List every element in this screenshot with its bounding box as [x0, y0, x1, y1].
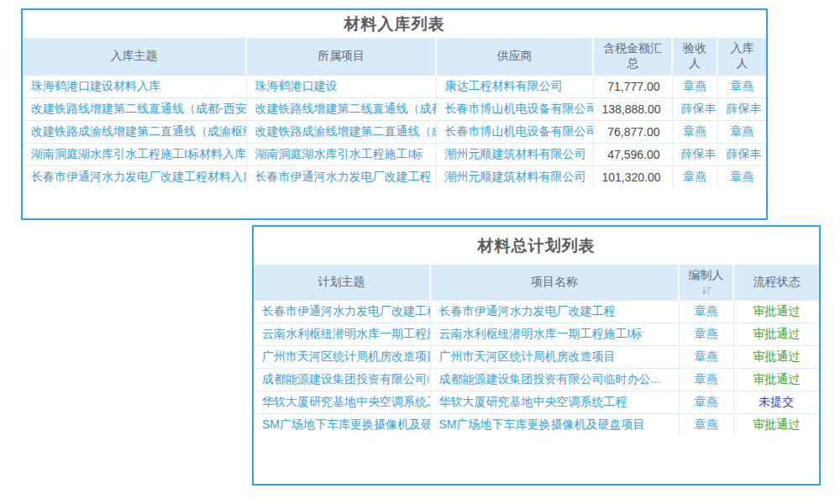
amount-value: 76,877.00 [593, 121, 672, 144]
amount-value: 101,320.00 [593, 166, 672, 189]
table-row: 云南水利枢纽潜明水库一期工程施工I标材料... 云南水利枢纽潜明水库一期工程施工… [254, 323, 819, 345]
inbound-list-title: 材料入库列表 [23, 10, 766, 38]
acceptor-link[interactable]: 章燕 [672, 76, 717, 98]
plan-subject-link[interactable]: 华软大厦研究基地中央空调系统工程材料总计划 [254, 391, 430, 413]
project-link[interactable]: 改建铁路线增建第二线直通线（成都-... [246, 98, 436, 121]
acceptor-link[interactable]: 薛保丰 [672, 98, 717, 121]
plan-subject-link[interactable]: 云南水利枢纽潜明水库一期工程施工I标材料... [254, 323, 430, 345]
plan-subject-link[interactable]: 成都能源建设集团投资有限公司临时办公场所... [254, 368, 430, 391]
inbound-subject-link[interactable]: 珠海鹤港口建设材料入库 [23, 76, 246, 98]
author-link[interactable]: 章燕 [679, 368, 733, 391]
table-row: 广州市天河区统计局机房改造项目材料总计划 广州市天河区统计局机房改造项目 章燕 … [254, 345, 819, 368]
table-row: 华软大厦研究基地中央空调系统工程材料总计划 华软大厦研究基地中央空调系统工程 章… [254, 391, 819, 413]
table-row: 成都能源建设集团投资有限公司临时办公场所... 成都能源建设集团投资有限公司临时… [254, 368, 819, 391]
acceptor-link[interactable]: 章燕 [672, 121, 717, 144]
author-link[interactable]: 章燕 [679, 391, 733, 413]
inbound-subject-link[interactable]: 湖南洞庭湖水库引水工程施工I标材料入库 [23, 144, 246, 166]
col-header-amount: 含税金额汇总 [593, 38, 672, 76]
status-text: 审批通过 [753, 327, 800, 340]
author-link[interactable]: 章燕 [679, 300, 733, 323]
acceptor-link[interactable]: 薛保丰 [672, 144, 717, 166]
project-link[interactable]: 湖南洞庭湖水库引水工程施工I标 [246, 144, 436, 166]
status-cell: 未提交 [733, 391, 819, 413]
col-header-flow-status: 流程状态 [733, 265, 819, 300]
inbound-table: 入库主题 所属项目 供应商 含税金额汇总 验收人 入库人 珠海鹤港口建设材料入库… [23, 38, 766, 188]
table-row: 改建铁路成渝线增建第二直通线（成渝枢纽）... 改建铁路成渝线增建第二直通线（成… [23, 121, 766, 144]
plan-list-panel: 材料总计划列表 计划主题 项目名称 编制人 [252, 225, 821, 486]
col-header-author-label: 编制人 [689, 268, 724, 281]
stocker-link[interactable]: 章燕 [717, 121, 766, 144]
inbound-subject-link[interactable]: 长春市伊通河水力发电厂改建工程材料入库 [23, 166, 246, 189]
amount-value: 47,596.00 [593, 144, 672, 166]
project-name-link[interactable]: 成都能源建设集团投资有限公司临时办公... [430, 368, 679, 391]
status-cell: 审批通过 [733, 300, 819, 323]
status-cell: 审批通过 [733, 413, 819, 436]
col-header-plan-subject: 计划主题 [254, 265, 430, 300]
page: 材料入库列表 入库主题 所属项目 供应商 含税金额汇总 验收人 入库人 珠海鹤港… [0, 0, 840, 504]
col-header-project-name: 项目名称 [430, 265, 679, 300]
plan-table: 计划主题 项目名称 编制人 流程状态 长春市伊通河水力发电厂改建工 [254, 265, 819, 436]
supplier-link[interactable]: 康达工程材料有限公司 [436, 76, 593, 98]
project-name-link[interactable]: 广州市天河区统计局机房改造项目 [430, 345, 679, 368]
table-row: SM广场地下车库更换摄像机及硬盘项目主要... SM广场地下车库更换摄像机及硬盘… [254, 413, 819, 436]
plan-subject-link[interactable]: 广州市天河区统计局机房改造项目材料总计划 [254, 345, 430, 368]
stocker-link[interactable]: 章燕 [717, 166, 766, 189]
supplier-link[interactable]: 潮州元顺建筑材料有限公司 [436, 166, 593, 189]
supplier-link[interactable]: 长春市博山机电设备有限公司 [436, 98, 593, 121]
inbound-header-row: 入库主题 所属项目 供应商 含税金额汇总 验收人 入库人 [23, 38, 766, 76]
plan-subject-link[interactable]: SM广场地下车库更换摄像机及硬盘项目主要... [254, 413, 430, 436]
project-name-link[interactable]: 云南水利枢纽潜明水库一期工程施工I标 [430, 323, 679, 345]
col-header-stocker: 入库人 [717, 38, 766, 76]
supplier-link[interactable]: 潮州元顺建筑材料有限公司 [436, 144, 593, 166]
project-name-link[interactable]: SM广场地下车库更换摄像机及硬盘项目 [430, 413, 679, 436]
status-cell: 审批通过 [733, 345, 819, 368]
project-link[interactable]: 珠海鹤港口建设 [246, 76, 436, 98]
stocker-link[interactable]: 薛保丰 [717, 144, 766, 166]
stocker-link[interactable]: 章燕 [717, 76, 766, 98]
project-link[interactable]: 长春市伊通河水力发电厂改建工程 [246, 166, 436, 189]
status-text: 未提交 [759, 395, 794, 408]
project-name-link[interactable]: 华软大厦研究基地中央空调系统工程 [430, 391, 679, 413]
table-row: 改建铁路线增建第二线直通线（成都-西安）电... 改建铁路线增建第二线直通线（成… [23, 98, 766, 121]
inbound-list-panel: 材料入库列表 入库主题 所属项目 供应商 含税金额汇总 验收人 入库人 珠海鹤港… [21, 8, 768, 220]
supplier-link[interactable]: 长春市博山机电设备有限公司 [436, 121, 593, 144]
author-link[interactable]: 章燕 [679, 345, 733, 368]
status-text: 审批通过 [753, 372, 800, 386]
project-name-link[interactable]: 长春市伊通河水力发电厂改建工程 [430, 300, 679, 323]
amount-value: 138,888.00 [593, 98, 672, 121]
table-row: 长春市伊通河水力发电厂改建工程材料入库 长春市伊通河水力发电厂改建工程 潮州元顺… [23, 166, 766, 189]
col-header-inbound-subject: 入库主题 [23, 38, 246, 76]
status-text: 审批通过 [753, 304, 800, 318]
amount-value: 71,777.00 [593, 76, 672, 98]
col-header-project: 所属项目 [246, 38, 436, 76]
col-header-supplier: 供应商 [436, 38, 593, 76]
col-header-author[interactable]: 编制人 [679, 265, 733, 300]
plan-header-row: 计划主题 项目名称 编制人 流程状态 [254, 265, 819, 300]
author-link[interactable]: 章燕 [679, 323, 733, 345]
plan-subject-link[interactable]: 长春市伊通河水力发电厂改建工程材料总计划 [254, 300, 430, 323]
status-text: 审批通过 [753, 417, 800, 431]
table-row: 长春市伊通河水力发电厂改建工程材料总计划 长春市伊通河水力发电厂改建工程 章燕 … [254, 300, 819, 323]
project-link[interactable]: 改建铁路成渝线增建第二直通线（成... [246, 121, 436, 144]
plan-list-title: 材料总计划列表 [254, 227, 819, 265]
status-cell: 审批通过 [733, 323, 819, 345]
inbound-subject-link[interactable]: 改建铁路成渝线增建第二直通线（成渝枢纽）... [23, 121, 246, 144]
table-row: 湖南洞庭湖水库引水工程施工I标材料入库 湖南洞庭湖水库引水工程施工I标 潮州元顺… [23, 144, 766, 166]
author-link[interactable]: 章燕 [679, 413, 733, 436]
status-cell: 审批通过 [733, 368, 819, 391]
status-text: 审批通过 [753, 349, 800, 363]
acceptor-link[interactable]: 章燕 [672, 166, 717, 189]
table-row: 珠海鹤港口建设材料入库 珠海鹤港口建设 康达工程材料有限公司 71,777.00… [23, 76, 766, 98]
inbound-subject-link[interactable]: 改建铁路线增建第二线直通线（成都-西安）电... [23, 98, 246, 121]
stocker-link[interactable]: 薛保丰 [717, 98, 766, 121]
sort-amount-icon[interactable] [701, 286, 711, 296]
col-header-acceptor: 验收人 [672, 38, 717, 76]
